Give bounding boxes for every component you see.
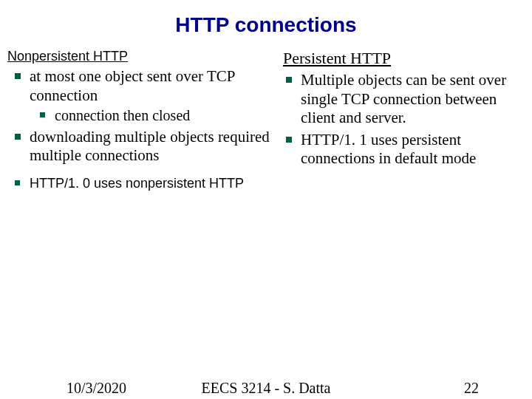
item-text: at most one object sent over TCP connect… [30, 67, 235, 104]
list-item: Multiple objects can be sent over single… [283, 71, 517, 128]
item-text: HTTP/1. 1 uses persistent connections in… [301, 131, 476, 168]
list-item: downloading multiple objects required mu… [12, 128, 271, 166]
list-item: at most one object sent over TCP connect… [12, 67, 271, 125]
subitem-text: connection then closed [55, 107, 190, 123]
left-column: Nonpersistent HTTP at most one object se… [7, 43, 271, 194]
list-item: HTTP/1. 1 uses persistent connections in… [283, 131, 517, 168]
list-item: HTTP/1. 0 uses nonpersistent HTTP [12, 176, 271, 191]
right-column: Persistent HTTP Multiple objects can be … [279, 43, 517, 194]
left-note-list: HTTP/1. 0 uses nonpersistent HTTP [7, 176, 271, 191]
slide-title: HTTP connections [0, 0, 532, 43]
left-heading: Nonpersistent HTTP [7, 49, 271, 64]
left-list: at most one object sent over TCP connect… [7, 67, 271, 166]
footer-center: EECS 3214 - S. Datta [0, 380, 532, 397]
right-list: Multiple objects can be sent over single… [279, 71, 517, 168]
item-text: downloading multiple objects required mu… [30, 128, 270, 165]
right-heading: Persistent HTTP [283, 49, 517, 68]
note-text: HTTP/1. 0 uses nonpersistent HTTP [30, 176, 244, 191]
slide: { "title": "HTTP connections", "left": {… [0, 0, 532, 399]
list-subitem: connection then closed [38, 106, 271, 124]
content-columns: Nonpersistent HTTP at most one object se… [0, 43, 532, 194]
footer-page: 22 [464, 380, 479, 397]
item-text: Multiple objects can be sent over single… [301, 71, 506, 126]
